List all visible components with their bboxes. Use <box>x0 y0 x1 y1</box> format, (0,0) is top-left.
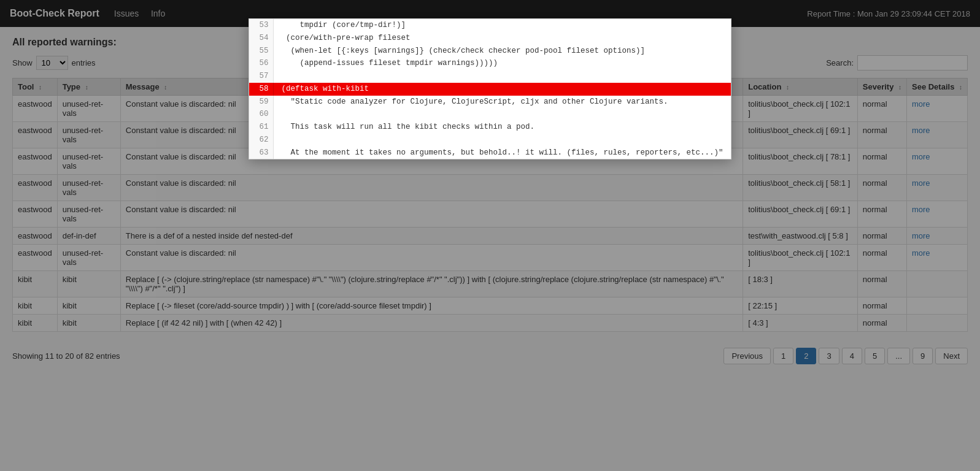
code-line: 55 (when-let [{:keys [warnings]} (check/… <box>249 45 730 58</box>
line-number: 54 <box>249 32 274 45</box>
code-line: 61 This task will run all the kibit chec… <box>249 121 730 134</box>
line-number: 63 <box>249 147 274 159</box>
line-number: 59 <box>249 96 274 109</box>
line-number: 58 <box>249 83 274 96</box>
line-code: (append-issues fileset tmpdir warnings))… <box>274 57 505 70</box>
line-number: 55 <box>249 45 274 58</box>
line-code <box>274 108 288 121</box>
code-line: 60 <box>249 108 730 121</box>
line-code <box>274 134 288 147</box>
code-lines-container: 53 tmpdir (core/tmp-dir!)]54 (core/with-… <box>249 19 730 159</box>
code-line: 56 (append-issues fileset tmpdir warning… <box>249 57 730 70</box>
line-number: 57 <box>249 70 274 83</box>
line-code: tmpdir (core/tmp-dir!)] <box>274 19 413 32</box>
line-code: (deftask with-kibit <box>274 83 376 96</box>
code-line: 63 At the moment it takes no arguments, … <box>249 147 730 159</box>
line-code: (core/with-pre-wrap fileset <box>274 32 417 45</box>
code-line: 62 <box>249 134 730 147</box>
code-line: 57 <box>249 70 730 83</box>
code-line: 53 tmpdir (core/tmp-dir!)] <box>249 19 730 32</box>
line-number: 56 <box>249 57 274 70</box>
line-number: 53 <box>249 19 274 32</box>
line-code: This task will run all the kibit checks … <box>274 121 542 134</box>
line-number: 62 <box>249 134 274 147</box>
code-popup-overlay[interactable]: 53 tmpdir (core/tmp-dir!)]54 (core/with-… <box>0 0 980 370</box>
code-line: 58(deftask with-kibit <box>249 83 730 96</box>
line-number: 60 <box>249 108 274 121</box>
line-code: "Static code analyzer for Clojure, Cloju… <box>274 96 675 109</box>
code-line: 54 (core/with-pre-wrap fileset <box>249 32 730 45</box>
line-code <box>274 70 288 83</box>
code-line: 59 "Static code analyzer for Clojure, Cl… <box>249 96 730 109</box>
line-code: At the moment it takes no arguments, but… <box>274 147 730 159</box>
line-number: 61 <box>249 121 274 134</box>
code-popup: 53 tmpdir (core/tmp-dir!)]54 (core/with-… <box>249 18 731 159</box>
line-code: (when-let [{:keys [warnings]} (check/che… <box>274 45 652 58</box>
